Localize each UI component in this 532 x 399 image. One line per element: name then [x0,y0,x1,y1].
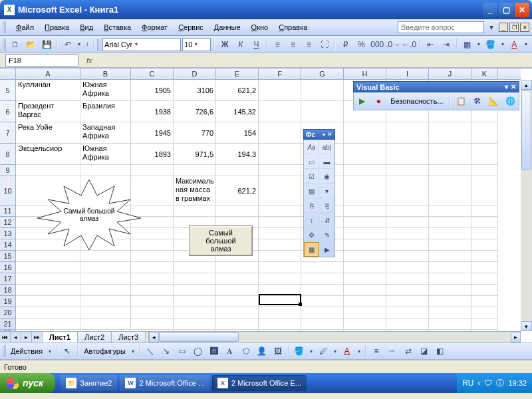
cell[interactable] [429,273,471,285]
underline-icon[interactable]: Ч [249,37,264,52]
row-header-12[interactable]: 12 [0,217,16,228]
row-header-16[interactable]: 16 [0,262,16,273]
cell[interactable] [344,273,386,285]
col-header-I[interactable]: I [386,68,429,79]
cell[interactable] [216,307,259,319]
label-control-icon[interactable]: Aa [304,140,319,154]
name-box-input[interactable] [5,55,78,66]
cell[interactable] [471,319,498,330]
borders-dropdown-icon[interactable]: ▾ [475,37,482,52]
cell[interactable]: Максималь ная масса в граммах [174,176,216,205]
cell[interactable]: 971,5 [174,144,216,165]
cell[interactable] [344,217,386,228]
decrease-indent-icon[interactable]: ⇤ [423,37,438,52]
col-header-H[interactable]: H [344,68,386,79]
cell[interactable] [429,285,471,296]
tray-clock[interactable]: 19:32 [508,379,527,387]
cell[interactable] [259,122,301,144]
run-dialog-icon[interactable]: ▶ [319,242,334,257]
help-dropdown-icon[interactable]: ▾ [487,20,496,35]
col-header-A[interactable]: A [16,68,80,79]
cell[interactable] [301,80,344,101]
menu-правка[interactable]: Правка [39,21,74,33]
line-icon[interactable]: ＼ [143,344,158,358]
menu-данные[interactable]: Данные [209,21,246,33]
clipart-icon[interactable]: 👤 [255,344,269,358]
oval-icon[interactable]: ◯ [191,344,205,358]
save-file-icon[interactable]: 💾 [39,37,54,52]
cell[interactable] [344,307,386,319]
row-header-18[interactable]: 18 [0,285,16,296]
cell[interactable] [259,165,301,176]
workbook-minimize-button[interactable]: _ [499,23,508,32]
cell[interactable] [344,205,386,217]
cell[interactable]: 1905 [131,80,174,101]
cell[interactable] [429,228,471,239]
cell[interactable] [429,217,471,228]
cell[interactable] [259,262,301,273]
toggle-grid-icon[interactable]: ▦ [304,242,319,257]
cell[interactable] [301,285,344,296]
bold-icon[interactable]: Ж [217,37,232,52]
cell[interactable] [80,296,131,307]
autoshapes-menu[interactable]: Автофигуры [81,347,128,355]
cell[interactable] [429,319,471,330]
cell[interactable] [429,176,471,205]
cell[interactable] [131,285,174,296]
toolbar-grip-icon[interactable] [3,39,7,51]
shadow-icon[interactable]: ◪ [417,344,432,358]
row-header-7[interactable]: 7 [0,122,16,144]
row-header-9[interactable]: 9 [0,165,16,176]
cell[interactable] [386,217,429,228]
cell[interactable] [259,101,301,122]
dash-style-icon[interactable]: ┄ [385,344,400,358]
row-header-20[interactable]: 20 [0,307,16,319]
cell[interactable] [344,144,386,165]
cell[interactable] [131,307,174,319]
cell[interactable] [259,80,301,101]
row-header-17[interactable]: 17 [0,273,16,285]
cell[interactable] [216,296,259,307]
cell[interactable] [80,273,131,285]
comma-icon[interactable]: 000 [370,37,384,52]
cell[interactable] [471,262,498,273]
cell[interactable] [131,165,174,176]
cell[interactable] [429,251,471,262]
cell[interactable] [259,144,301,165]
cell[interactable] [216,273,259,285]
scroll-down-icon[interactable]: ▾ [521,321,532,331]
cell[interactable] [344,296,386,307]
cell[interactable] [429,165,471,176]
cell[interactable] [386,285,429,296]
cell[interactable]: Презедент Варгас [16,101,80,122]
row-header-5[interactable]: 5 [0,80,16,101]
cell[interactable]: 770 [174,122,216,144]
textbox-icon[interactable]: 🅰 [207,344,221,358]
dropdown-icon[interactable]: ▾ [130,344,136,358]
sheet-tab-Лист1[interactable]: Лист1 [43,332,78,342]
workbook-restore-button[interactable]: ❐ [509,23,519,32]
cell[interactable] [259,217,301,228]
properties-icon[interactable]: ⚙ [304,227,319,242]
col-header-F[interactable]: F [259,68,301,79]
cell[interactable]: Река Уойе [16,122,80,144]
fill-dropdown-icon[interactable]: ▾ [499,37,506,52]
cell[interactable] [301,319,344,330]
cell[interactable]: 1945 [131,122,174,144]
cell[interactable]: 145,32 [216,101,259,122]
combobox-control-icon[interactable]: ▾ [319,184,334,198]
cell[interactable] [301,307,344,319]
cell[interactable] [16,319,80,330]
cell[interactable] [216,205,259,217]
fill-color-icon[interactable]: 🪣 [483,37,498,52]
cell[interactable] [301,273,344,285]
cell[interactable] [301,101,344,122]
toolbar-grip-icon[interactable] [97,39,101,51]
cell[interactable] [16,285,80,296]
undo-icon[interactable]: ↶ [61,37,75,52]
col-header-E[interactable]: E [216,68,259,79]
align-left-icon[interactable]: ≡ [270,37,285,52]
largest-diamond-button[interactable]: Самый большой алмаз [189,225,253,256]
arrow-style-icon[interactable]: ⇄ [401,344,416,358]
cell[interactable] [174,296,216,307]
